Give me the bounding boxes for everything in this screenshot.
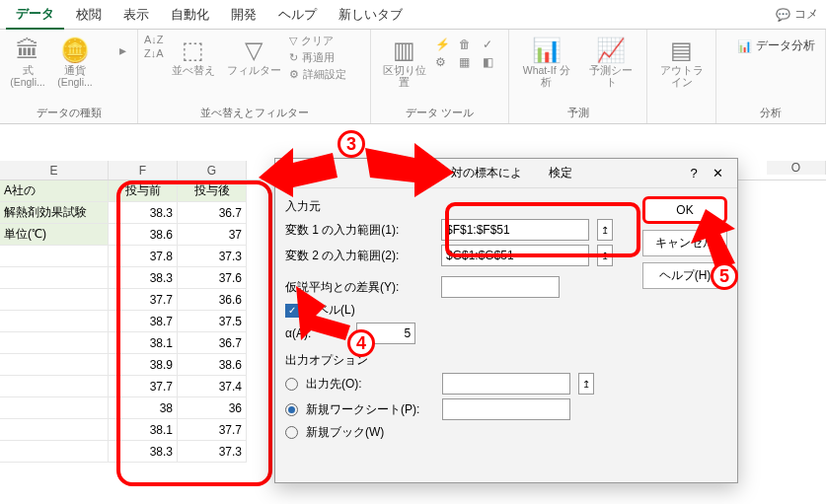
- cell-after[interactable]: 37.3: [178, 441, 247, 463]
- datatype-currency[interactable]: 🪙 通貨 (Engli...: [53, 34, 97, 90]
- sort-desc-button[interactable]: Z↓A: [144, 47, 164, 59]
- cell-after[interactable]: 37.5: [178, 311, 247, 332]
- cell-before[interactable]: 37.7: [109, 376, 178, 397]
- filter-label: フィルター: [227, 65, 281, 77]
- cell-before[interactable]: 38.3: [109, 441, 178, 463]
- var1-range-picker[interactable]: ↥: [597, 219, 613, 241]
- tab-review[interactable]: 校閲: [66, 0, 112, 29]
- cell-before[interactable]: 37.7: [109, 289, 178, 311]
- cell-after[interactable]: 36.7: [178, 332, 247, 354]
- cell-E[interactable]: [0, 311, 109, 332]
- svg-marker-1: [365, 143, 454, 197]
- cell-before[interactable]: 38.6: [109, 224, 178, 246]
- sort-button[interactable]: ⬚ 並べ替え: [168, 34, 219, 79]
- col-header-G[interactable]: G: [178, 161, 247, 180]
- cell-E[interactable]: [0, 289, 109, 311]
- col-header-F[interactable]: F: [109, 161, 178, 180]
- annotation-arrow-5: [681, 209, 740, 268]
- cell-E[interactable]: 解熱剤効果試験: [0, 202, 109, 224]
- cell-before[interactable]: 38.1: [109, 419, 178, 441]
- cell-E[interactable]: [0, 267, 109, 289]
- cell-after[interactable]: 37: [178, 224, 247, 246]
- group-outline-label: [653, 118, 710, 121]
- cell-before[interactable]: 38.3: [109, 202, 178, 224]
- whatif-label: What-If 分析: [519, 65, 573, 88]
- comments-button[interactable]: 💬 コメ: [776, 6, 826, 23]
- cell-before[interactable]: 37.8: [109, 246, 178, 267]
- cell-after[interactable]: 37.3: [178, 246, 247, 267]
- cell-after[interactable]: 38.6: [178, 354, 247, 376]
- annotation-arrow-4: [296, 286, 355, 340]
- outline-label: アウトライン: [657, 65, 706, 88]
- cell-E[interactable]: [0, 419, 109, 441]
- ribbon: 🏛 式 (Engli... 🪙 通貨 (Engli... ▸ データの種類 A↓…: [0, 30, 826, 124]
- cell-before[interactable]: 38.3: [109, 267, 178, 289]
- header-before[interactable]: 投与前: [109, 180, 178, 202]
- cell-E[interactable]: [0, 246, 109, 267]
- dialog-close-icon[interactable]: ✕: [706, 166, 729, 180]
- var1-input[interactable]: $F$1:$F$51: [441, 219, 589, 241]
- cell-before[interactable]: 38.9: [109, 354, 178, 376]
- group-forecast-label: 予測: [515, 104, 640, 121]
- flash-fill-icon[interactable]: ⚡: [435, 37, 455, 51]
- cell-E[interactable]: [0, 332, 109, 354]
- tab-help[interactable]: ヘルプ: [268, 0, 327, 29]
- forecast-icon: 📈: [596, 36, 626, 65]
- outline-button[interactable]: ▤ アウトライン: [653, 34, 710, 90]
- cell-after[interactable]: 36.7: [178, 202, 247, 224]
- cell-before[interactable]: 38: [109, 397, 178, 419]
- col-header-E[interactable]: E: [0, 161, 109, 180]
- cell-E[interactable]: 単位(℃): [0, 224, 109, 246]
- cell-after[interactable]: 37.4: [178, 376, 247, 397]
- forecast-button[interactable]: 📈 予測シート: [581, 34, 640, 90]
- output-radio-2[interactable]: [285, 403, 298, 416]
- data-analysis-button[interactable]: 📊 データ分析: [733, 34, 819, 58]
- cell-after[interactable]: 36.6: [178, 289, 247, 311]
- output-radio-3[interactable]: [285, 426, 298, 439]
- tab-automate[interactable]: 自動化: [161, 0, 219, 29]
- comment-icon: 💬: [776, 8, 790, 22]
- datatype-stocks[interactable]: 🏛 式 (Engli...: [6, 34, 49, 90]
- dialog-help-icon[interactable]: ?: [682, 166, 706, 180]
- var2-range-picker[interactable]: ↥: [597, 245, 613, 266]
- datamodel-icon[interactable]: ◧: [483, 55, 502, 69]
- relations-icon[interactable]: ▦: [459, 55, 479, 69]
- advanced-filter[interactable]: ⚙ 詳細設定: [289, 67, 346, 82]
- cell-after[interactable]: 36: [178, 397, 247, 419]
- reapply-filter[interactable]: ↻ 再適用: [289, 50, 346, 65]
- output-range-input[interactable]: [442, 373, 570, 395]
- data-val-icon[interactable]: ✓: [483, 37, 502, 51]
- var2-input[interactable]: $G$1:$G$51: [441, 245, 589, 266]
- outline-icon: ▤: [670, 36, 693, 65]
- tab-new[interactable]: 新しいタブ: [329, 0, 413, 29]
- annotation-3: 3: [338, 130, 365, 158]
- hypo-input[interactable]: [441, 276, 560, 298]
- clear-filter[interactable]: ▽ クリア: [289, 34, 346, 48]
- cell-before[interactable]: 38.1: [109, 332, 178, 354]
- text-to-columns[interactable]: ▥ 区切り位置: [377, 34, 431, 90]
- sort-asc-button[interactable]: A↓Z: [144, 34, 164, 45]
- output-radio-1[interactable]: [285, 378, 298, 391]
- cell-E-title[interactable]: A社の: [0, 180, 109, 202]
- output-range-picker[interactable]: ↥: [578, 373, 594, 395]
- col-header-O[interactable]: O: [767, 161, 826, 175]
- consolidate-icon[interactable]: ⚙: [435, 55, 455, 69]
- columns-icon: ▥: [393, 36, 415, 65]
- cell-after[interactable]: 37.6: [178, 267, 247, 289]
- filter-button[interactable]: ▽ フィルター: [223, 34, 285, 79]
- tab-view[interactable]: 表示: [113, 0, 159, 29]
- header-after[interactable]: 投与後: [178, 180, 247, 202]
- cell-before[interactable]: 38.7: [109, 311, 178, 332]
- cell-E[interactable]: [0, 441, 109, 463]
- new-sheet-name-input[interactable]: [442, 398, 570, 420]
- cell-E[interactable]: [0, 354, 109, 376]
- remove-dup-icon[interactable]: 🗑: [459, 37, 479, 51]
- output-radio-1-label: 出力先(O):: [306, 376, 434, 393]
- cell-E[interactable]: [0, 397, 109, 419]
- tab-developer[interactable]: 開発: [221, 0, 266, 29]
- forecast-label: 予測シート: [585, 65, 637, 88]
- tab-data[interactable]: データ: [6, 0, 64, 30]
- cell-E[interactable]: [0, 376, 109, 397]
- whatif-button[interactable]: 📊 What-If 分析: [515, 34, 577, 90]
- cell-after[interactable]: 37.7: [178, 419, 247, 441]
